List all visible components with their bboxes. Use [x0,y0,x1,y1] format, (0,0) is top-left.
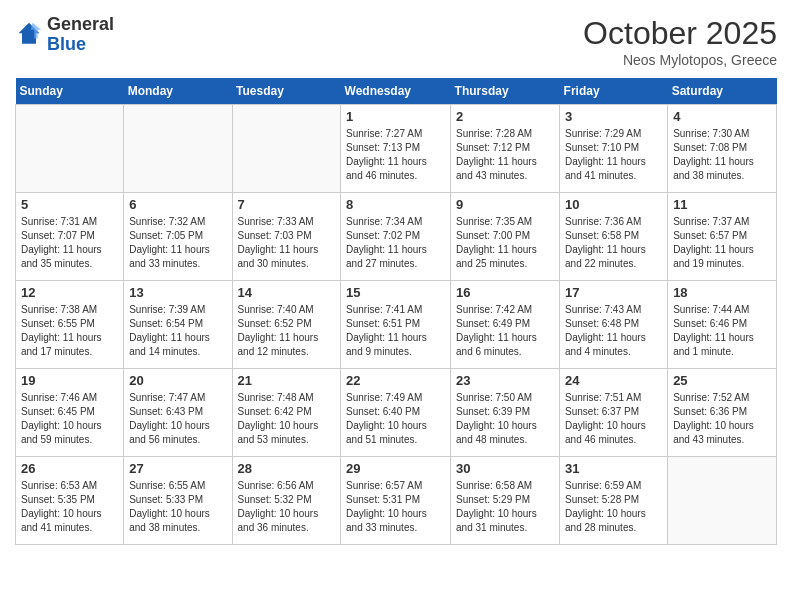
day-number: 2 [456,109,554,124]
day-number: 16 [456,285,554,300]
day-cell: 5Sunrise: 7:31 AMSunset: 7:07 PMDaylight… [16,193,124,281]
day-info: Sunrise: 7:30 AMSunset: 7:08 PMDaylight:… [673,127,771,183]
day-number: 15 [346,285,445,300]
day-cell: 19Sunrise: 7:46 AMSunset: 6:45 PMDayligh… [16,369,124,457]
logo-icon [15,21,43,49]
day-number: 25 [673,373,771,388]
week-row: 1Sunrise: 7:27 AMSunset: 7:13 PMDaylight… [16,105,777,193]
day-info: Sunrise: 6:55 AMSunset: 5:33 PMDaylight:… [129,479,226,535]
weekday-header: Saturday [668,78,777,105]
day-number: 19 [21,373,118,388]
day-info: Sunrise: 7:34 AMSunset: 7:02 PMDaylight:… [346,215,445,271]
day-info: Sunrise: 7:31 AMSunset: 7:07 PMDaylight:… [21,215,118,271]
day-number: 21 [238,373,336,388]
day-cell: 13Sunrise: 7:39 AMSunset: 6:54 PMDayligh… [124,281,232,369]
day-info: Sunrise: 7:41 AMSunset: 6:51 PMDaylight:… [346,303,445,359]
week-row: 19Sunrise: 7:46 AMSunset: 6:45 PMDayligh… [16,369,777,457]
day-cell: 26Sunrise: 6:53 AMSunset: 5:35 PMDayligh… [16,457,124,545]
day-number: 24 [565,373,662,388]
day-info: Sunrise: 7:38 AMSunset: 6:55 PMDaylight:… [21,303,118,359]
day-number: 30 [456,461,554,476]
day-number: 26 [21,461,118,476]
day-info: Sunrise: 7:49 AMSunset: 6:40 PMDaylight:… [346,391,445,447]
day-info: Sunrise: 7:36 AMSunset: 6:58 PMDaylight:… [565,215,662,271]
logo: General Blue [15,15,114,55]
day-cell: 18Sunrise: 7:44 AMSunset: 6:46 PMDayligh… [668,281,777,369]
day-number: 14 [238,285,336,300]
day-cell: 24Sunrise: 7:51 AMSunset: 6:37 PMDayligh… [560,369,668,457]
weekday-header-row: SundayMondayTuesdayWednesdayThursdayFrid… [16,78,777,105]
day-number: 9 [456,197,554,212]
day-cell: 9Sunrise: 7:35 AMSunset: 7:00 PMDaylight… [451,193,560,281]
day-cell: 11Sunrise: 7:37 AMSunset: 6:57 PMDayligh… [668,193,777,281]
day-cell: 20Sunrise: 7:47 AMSunset: 6:43 PMDayligh… [124,369,232,457]
calendar-table: SundayMondayTuesdayWednesdayThursdayFrid… [15,78,777,545]
day-cell [232,105,341,193]
day-cell: 2Sunrise: 7:28 AMSunset: 7:12 PMDaylight… [451,105,560,193]
title-block: October 2025 Neos Mylotopos, Greece [583,15,777,68]
day-info: Sunrise: 7:33 AMSunset: 7:03 PMDaylight:… [238,215,336,271]
day-cell: 15Sunrise: 7:41 AMSunset: 6:51 PMDayligh… [341,281,451,369]
day-info: Sunrise: 6:58 AMSunset: 5:29 PMDaylight:… [456,479,554,535]
day-info: Sunrise: 7:28 AMSunset: 7:12 PMDaylight:… [456,127,554,183]
day-number: 7 [238,197,336,212]
day-number: 11 [673,197,771,212]
day-cell: 6Sunrise: 7:32 AMSunset: 7:05 PMDaylight… [124,193,232,281]
day-number: 18 [673,285,771,300]
day-number: 31 [565,461,662,476]
day-info: Sunrise: 7:51 AMSunset: 6:37 PMDaylight:… [565,391,662,447]
day-info: Sunrise: 6:56 AMSunset: 5:32 PMDaylight:… [238,479,336,535]
day-number: 1 [346,109,445,124]
location-subtitle: Neos Mylotopos, Greece [583,52,777,68]
week-row: 12Sunrise: 7:38 AMSunset: 6:55 PMDayligh… [16,281,777,369]
day-info: Sunrise: 7:39 AMSunset: 6:54 PMDaylight:… [129,303,226,359]
day-cell: 21Sunrise: 7:48 AMSunset: 6:42 PMDayligh… [232,369,341,457]
day-info: Sunrise: 7:35 AMSunset: 7:00 PMDaylight:… [456,215,554,271]
day-cell: 10Sunrise: 7:36 AMSunset: 6:58 PMDayligh… [560,193,668,281]
day-info: Sunrise: 6:59 AMSunset: 5:28 PMDaylight:… [565,479,662,535]
day-number: 6 [129,197,226,212]
day-cell: 27Sunrise: 6:55 AMSunset: 5:33 PMDayligh… [124,457,232,545]
day-number: 3 [565,109,662,124]
day-cell: 16Sunrise: 7:42 AMSunset: 6:49 PMDayligh… [451,281,560,369]
day-info: Sunrise: 7:42 AMSunset: 6:49 PMDaylight:… [456,303,554,359]
day-cell [124,105,232,193]
day-info: Sunrise: 7:47 AMSunset: 6:43 PMDaylight:… [129,391,226,447]
day-info: Sunrise: 7:44 AMSunset: 6:46 PMDaylight:… [673,303,771,359]
day-cell: 30Sunrise: 6:58 AMSunset: 5:29 PMDayligh… [451,457,560,545]
day-number: 29 [346,461,445,476]
day-number: 20 [129,373,226,388]
day-info: Sunrise: 7:27 AMSunset: 7:13 PMDaylight:… [346,127,445,183]
day-cell: 29Sunrise: 6:57 AMSunset: 5:31 PMDayligh… [341,457,451,545]
weekday-header: Friday [560,78,668,105]
month-title: October 2025 [583,15,777,52]
day-cell: 28Sunrise: 6:56 AMSunset: 5:32 PMDayligh… [232,457,341,545]
weekday-header: Sunday [16,78,124,105]
day-cell: 31Sunrise: 6:59 AMSunset: 5:28 PMDayligh… [560,457,668,545]
day-info: Sunrise: 7:50 AMSunset: 6:39 PMDaylight:… [456,391,554,447]
day-info: Sunrise: 6:57 AMSunset: 5:31 PMDaylight:… [346,479,445,535]
day-cell: 12Sunrise: 7:38 AMSunset: 6:55 PMDayligh… [16,281,124,369]
day-cell: 17Sunrise: 7:43 AMSunset: 6:48 PMDayligh… [560,281,668,369]
day-cell: 22Sunrise: 7:49 AMSunset: 6:40 PMDayligh… [341,369,451,457]
day-number: 23 [456,373,554,388]
day-info: Sunrise: 7:29 AMSunset: 7:10 PMDaylight:… [565,127,662,183]
day-number: 13 [129,285,226,300]
day-info: Sunrise: 7:37 AMSunset: 6:57 PMDaylight:… [673,215,771,271]
day-number: 4 [673,109,771,124]
day-cell: 25Sunrise: 7:52 AMSunset: 6:36 PMDayligh… [668,369,777,457]
day-info: Sunrise: 7:46 AMSunset: 6:45 PMDaylight:… [21,391,118,447]
weekday-header: Tuesday [232,78,341,105]
day-info: Sunrise: 7:48 AMSunset: 6:42 PMDaylight:… [238,391,336,447]
day-info: Sunrise: 7:40 AMSunset: 6:52 PMDaylight:… [238,303,336,359]
logo-line2: Blue [47,35,114,55]
day-number: 17 [565,285,662,300]
logo-line1: General [47,15,114,35]
day-cell: 23Sunrise: 7:50 AMSunset: 6:39 PMDayligh… [451,369,560,457]
page-header: General Blue October 2025 Neos Mylotopos… [15,15,777,68]
day-cell: 4Sunrise: 7:30 AMSunset: 7:08 PMDaylight… [668,105,777,193]
day-cell [16,105,124,193]
day-number: 8 [346,197,445,212]
day-cell: 1Sunrise: 7:27 AMSunset: 7:13 PMDaylight… [341,105,451,193]
day-cell: 3Sunrise: 7:29 AMSunset: 7:10 PMDaylight… [560,105,668,193]
